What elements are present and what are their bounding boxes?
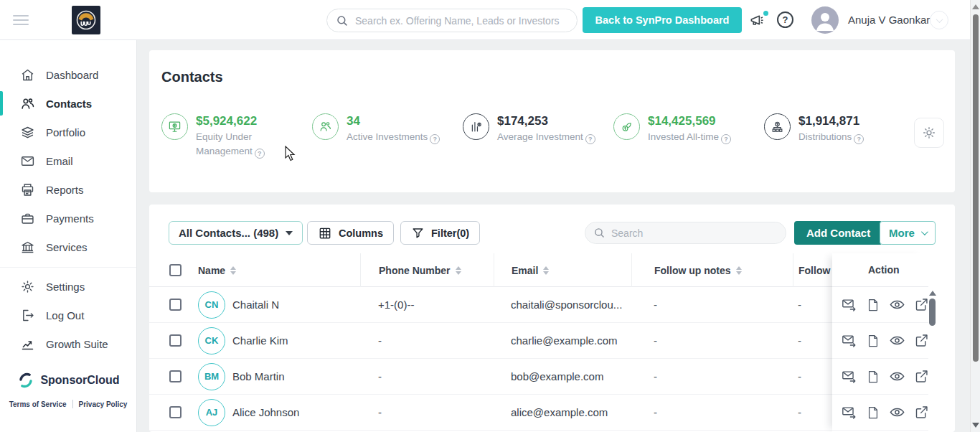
view-button[interactable] (889, 368, 905, 385)
info-icon[interactable] (854, 134, 864, 144)
app-logo[interactable] (72, 6, 100, 34)
table-row[interactable]: AJ Alice Johnson - alice@example.com - - (149, 395, 928, 431)
global-search-input[interactable] (355, 15, 568, 27)
help-button[interactable] (777, 11, 793, 28)
page-scrollbar[interactable] (970, 0, 980, 432)
contact-name[interactable]: Charlie Kim (232, 334, 288, 347)
person-icon (811, 6, 839, 34)
terms-link[interactable]: Terms of Service (9, 400, 67, 408)
notes-button[interactable] (866, 405, 880, 420)
equity-icon (161, 113, 188, 140)
home-icon (20, 67, 35, 83)
funnel-icon (411, 226, 425, 240)
page-scrollbar-thumb[interactable] (973, 14, 979, 362)
footer-separator (72, 400, 73, 408)
sidebar-divider (0, 267, 136, 268)
user-menu-chevron-icon[interactable] (930, 11, 948, 29)
send-email-button[interactable] (842, 369, 857, 385)
eye-icon (889, 332, 905, 349)
privacy-link[interactable]: Privacy Policy (79, 400, 128, 408)
stat-value: $14,425,569 (648, 113, 731, 128)
stats-settings-button[interactable] (914, 118, 944, 148)
user-avatar[interactable] (811, 6, 839, 34)
briefcase-icon (20, 211, 35, 226)
sort-icon[interactable] (543, 266, 549, 275)
announcements-button[interactable] (749, 12, 768, 29)
sponsorcloud-brand[interactable]: SponsorCloud (0, 371, 136, 390)
column-header-phone[interactable]: Phone Number (360, 253, 494, 287)
contact-name[interactable]: Chaitali N (232, 299, 279, 311)
external-link-icon (914, 369, 929, 384)
sort-icon[interactable] (736, 266, 742, 275)
info-icon[interactable] (255, 149, 265, 159)
contact-name[interactable]: Bob Martin (232, 370, 285, 382)
page-scroll-up-arrow[interactable] (972, 4, 979, 9)
open-contact-button[interactable] (914, 297, 929, 312)
column-header-email[interactable]: Email (494, 253, 631, 287)
info-icon[interactable] (721, 134, 731, 144)
row-checkbox[interactable] (169, 406, 182, 418)
sidebar-label: Portfolio (46, 126, 85, 138)
sort-icon[interactable] (230, 266, 236, 275)
info-icon[interactable] (585, 134, 595, 144)
view-button[interactable] (889, 404, 905, 421)
select-all-checkbox[interactable] (169, 264, 182, 276)
send-email-button[interactable] (842, 297, 857, 313)
sidebar-item-services[interactable]: Services (0, 233, 136, 261)
notification-dot (763, 11, 768, 16)
table-row[interactable]: CN Chaitali N +1-(0)-- chaitali@sponsorc… (149, 287, 928, 323)
search-icon (593, 227, 606, 239)
column-header-name[interactable]: Name (192, 253, 360, 287)
row-checkbox[interactable] (169, 370, 182, 382)
open-contact-button[interactable] (914, 333, 929, 348)
table-scrollbar[interactable] (928, 253, 936, 432)
sidebar-item-email[interactable]: Email (0, 146, 136, 175)
sidebar-item-portfolio[interactable]: Portfolio (0, 118, 136, 146)
stat-value: $5,924,622 (196, 113, 281, 128)
sidebar: Dashboard Contacts Portfolio Email Repor… (0, 40, 137, 432)
back-to-synpro-button[interactable]: Back to SynPro Dashboard (583, 7, 742, 33)
more-button[interactable]: More (880, 221, 936, 245)
table-row[interactable]: BM Bob Martin - bob@example.com - - (149, 359, 928, 395)
sidebar-label: Contacts (46, 98, 92, 110)
envelope-sync-icon (842, 297, 857, 313)
columns-button[interactable]: Columns (307, 221, 394, 245)
view-button[interactable] (889, 296, 905, 313)
sidebar-item-logout[interactable]: Log Out (0, 301, 136, 329)
logout-icon (20, 308, 35, 323)
table-row[interactable]: CK Charlie Kim - charlie@example.com - - (149, 323, 928, 359)
table-scrollbar-thumb[interactable] (929, 299, 936, 326)
contacts-filter-dropdown[interactable]: All Contacts... (498) (169, 221, 303, 245)
row-checkbox[interactable] (169, 299, 182, 311)
open-contact-button[interactable] (914, 369, 929, 384)
info-icon[interactable] (430, 134, 440, 144)
sort-icon[interactable] (456, 266, 461, 275)
sidebar-item-reports[interactable]: Reports (0, 175, 136, 204)
page-scroll-down-arrow[interactable] (972, 423, 979, 428)
table-search-input[interactable] (611, 227, 778, 239)
column-header-follow-up-notes[interactable]: Follow up notes (631, 253, 793, 287)
open-contact-button[interactable] (914, 405, 929, 420)
hamburger-menu-icon[interactable] (13, 15, 29, 25)
sidebar-item-dashboard[interactable]: Dashboard (0, 60, 136, 89)
send-email-button[interactable] (842, 405, 857, 421)
contact-name[interactable]: Alice Johnson (232, 406, 299, 418)
contact-phone: +1-(0)-- (360, 299, 494, 311)
add-contact-button[interactable]: Add Contact (794, 221, 882, 245)
scroll-up-arrow[interactable] (929, 291, 936, 296)
contacts-filter-label: All Contacts... (498) (179, 227, 278, 239)
row-checkbox[interactable] (169, 334, 182, 347)
view-button[interactable] (889, 332, 905, 349)
send-email-button[interactable] (842, 333, 857, 349)
notes-button[interactable] (866, 370, 880, 384)
sidebar-item-payments[interactable]: Payments (0, 204, 136, 233)
sidebar-item-settings[interactable]: Settings (0, 272, 136, 301)
notes-button[interactable] (866, 334, 880, 348)
sidebar-item-contacts[interactable]: Contacts (0, 89, 136, 118)
user-name[interactable]: Anuja V Gaonkar (848, 0, 930, 40)
contact-follow-up-notes: - (631, 370, 793, 382)
sidebar-label: Log Out (46, 309, 84, 321)
notes-button[interactable] (866, 298, 880, 312)
sidebar-item-growth-suite[interactable]: Growth Suite (0, 329, 136, 358)
filter-button[interactable]: Filter(0) (400, 221, 480, 245)
